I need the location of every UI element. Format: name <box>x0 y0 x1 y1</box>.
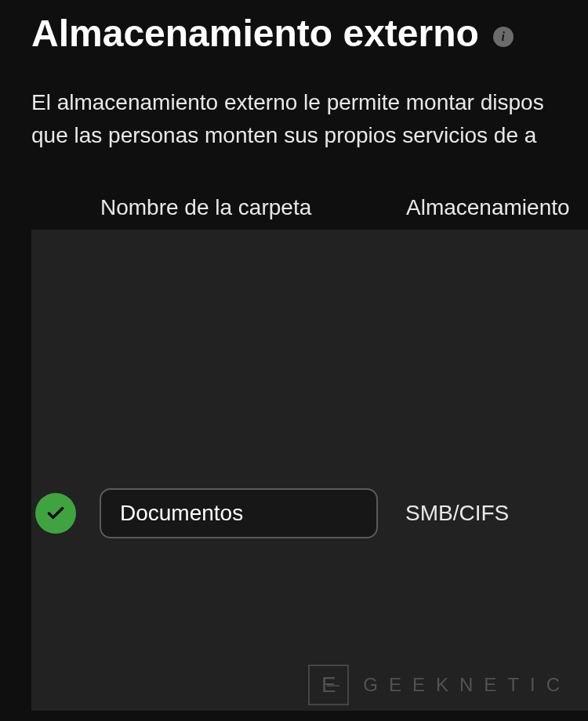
table-body: SMB/CIFS <box>31 230 588 711</box>
table-header: Nombre de la carpeta Almacenamiento <box>31 195 588 220</box>
folder-name-input[interactable] <box>100 488 378 538</box>
description-line-1: El almacenamiento externo le permite mon… <box>31 86 588 119</box>
column-folder-name: Nombre de la carpeta <box>100 195 406 220</box>
column-storage: Almacenamiento <box>406 195 570 220</box>
checkmark-icon <box>45 503 66 524</box>
table-row: SMB/CIFS <box>31 488 588 538</box>
page-header: Almacenamiento externo i <box>31 12 588 55</box>
folder-name-input-wrapper <box>100 488 378 538</box>
storage-type-label: SMB/CIFS <box>405 501 509 526</box>
status-badge-success <box>35 493 76 534</box>
description-line-2: que las personas monten sus propios serv… <box>31 119 588 152</box>
watermark-text: GEEKNETIC <box>363 674 571 696</box>
page-description: El almacenamiento externo le permite mon… <box>31 86 588 152</box>
info-icon[interactable]: i <box>493 27 514 47</box>
watermark: E GEEKNETIC <box>308 665 571 705</box>
watermark-logo: E <box>308 665 349 705</box>
page-title: Almacenamiento externo <box>31 12 479 55</box>
